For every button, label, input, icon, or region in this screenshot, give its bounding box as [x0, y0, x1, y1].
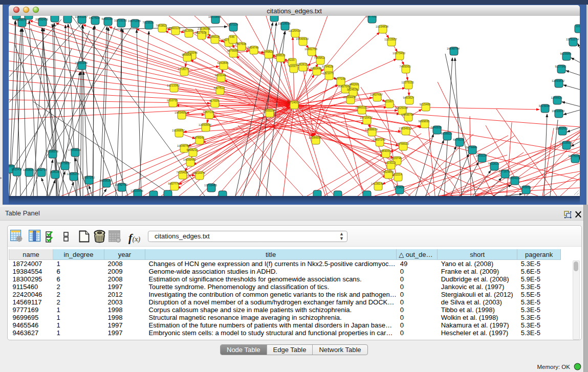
svg-text:17359924: 17359924 [68, 148, 81, 151]
svg-text:12093832: 12093832 [552, 79, 564, 82]
svg-text:17016504: 17016504 [559, 141, 572, 144]
svg-text:90975857: 90975857 [58, 162, 71, 165]
svg-text:3878342: 3878342 [193, 136, 205, 139]
svg-text:9115460: 9115460 [420, 103, 430, 106]
svg-text:1120746: 1120746 [391, 157, 402, 160]
svg-text:2603144: 2603144 [215, 74, 226, 77]
svg-text:3267130: 3267130 [203, 111, 214, 114]
svg-text:9227342: 9227342 [555, 65, 567, 68]
svg-text:18807249: 18807249 [373, 138, 385, 141]
svg-text:9245652: 9245652 [520, 186, 531, 189]
svg-text:13716485: 13716485 [204, 184, 217, 187]
svg-text:817005: 817005 [209, 99, 219, 102]
svg-text:1621072: 1621072 [323, 72, 334, 75]
svg-text:7955812: 7955812 [314, 56, 325, 59]
svg-text:3875685: 3875685 [227, 49, 238, 52]
svg-text:8186328: 8186328 [209, 35, 220, 38]
svg-text:10407487: 10407487 [370, 93, 383, 96]
svg-text:7663822: 7663822 [156, 24, 167, 27]
svg-text:2886322: 2886322 [356, 106, 367, 109]
svg-text:7625402: 7625402 [177, 171, 188, 174]
svg-text:10025438: 10025438 [395, 106, 408, 110]
svg-text:18300295: 18300295 [263, 109, 275, 112]
svg-text:16914479: 16914479 [192, 171, 205, 174]
svg-text:29053346: 29053346 [75, 61, 88, 64]
svg-text:12023446: 12023446 [130, 189, 143, 192]
svg-text:1615112: 1615112 [385, 161, 396, 164]
svg-text:1527602: 1527602 [89, 16, 100, 19]
svg-text:12213957: 12213957 [384, 38, 397, 41]
svg-text:19384554: 19384554 [309, 136, 321, 139]
svg-text:16033809: 16033809 [208, 16, 221, 18]
svg-text:11675339: 11675339 [568, 155, 580, 158]
svg-text:2933114: 2933114 [476, 154, 487, 157]
svg-text:9242845: 9242845 [217, 61, 229, 64]
svg-text:12942737: 12942737 [34, 168, 47, 171]
svg-text:62160: 62160 [385, 100, 393, 103]
svg-text:1162615: 1162615 [297, 63, 308, 66]
svg-text:2967608: 2967608 [235, 42, 247, 46]
svg-text:9463627: 9463627 [403, 96, 415, 99]
svg-text:10654112: 10654112 [508, 177, 520, 180]
svg-text:11125419: 11125419 [288, 29, 300, 32]
svg-text:252214: 252214 [393, 173, 402, 176]
svg-text:17957253: 17957253 [82, 176, 95, 179]
svg-text:2718170: 2718170 [178, 68, 189, 71]
svg-text:10782759: 10782759 [115, 183, 127, 186]
svg-text:20691406: 20691406 [35, 18, 48, 21]
svg-text:23226058: 23226058 [198, 27, 210, 30]
svg-text:8938923: 8938923 [441, 132, 452, 135]
svg-text:9527503: 9527503 [195, 31, 207, 34]
svg-text:7515526: 7515526 [143, 21, 154, 24]
svg-text:10688609: 10688609 [365, 128, 378, 131]
svg-text:12037: 12037 [289, 64, 297, 68]
svg-text:10958187: 10958187 [99, 179, 112, 182]
svg-text:10154838: 10154838 [376, 25, 388, 28]
svg-text:16648784: 16648784 [447, 47, 460, 50]
svg-text:1588520: 1588520 [274, 54, 286, 57]
svg-text:14099481: 14099481 [183, 158, 196, 161]
svg-text:12375115: 12375115 [401, 81, 413, 84]
svg-text:12353594: 12353594 [199, 123, 211, 126]
svg-text:12505135: 12505135 [67, 172, 79, 176]
svg-text:1010755: 1010755 [167, 99, 178, 102]
svg-text:1733426: 1733426 [394, 186, 405, 189]
svg-text:10719155: 10719155 [114, 19, 127, 22]
svg-text:9474444: 9474444 [466, 146, 477, 149]
svg-text:19756923: 19756923 [396, 142, 409, 145]
svg-text:9146821: 9146821 [263, 50, 274, 53]
svg-text:12213363: 12213363 [167, 84, 180, 87]
svg-text:18724007: 18724007 [287, 101, 300, 104]
svg-text:19654952: 19654952 [175, 111, 187, 114]
svg-text:3215938: 3215938 [539, 104, 550, 107]
svg-text:10653267: 10653267 [75, 16, 88, 18]
svg-text:546: 546 [230, 35, 234, 38]
svg-text:6466160: 6466160 [102, 17, 113, 20]
svg-text:8990448: 8990448 [311, 67, 322, 70]
svg-text:8813054: 8813054 [268, 16, 279, 16]
svg-text:8427512: 8427512 [214, 86, 225, 90]
svg-text:8660123: 8660123 [169, 27, 181, 30]
svg-text:8220: 8220 [288, 58, 294, 61]
svg-text:391543: 391543 [11, 168, 21, 171]
svg-text:14136141: 14136141 [371, 182, 384, 185]
svg-text:8912954: 8912954 [183, 29, 194, 32]
svg-text:446266: 446266 [349, 83, 359, 86]
svg-text:1156829: 1156829 [23, 168, 34, 171]
svg-text:7857224: 7857224 [227, 23, 238, 26]
svg-text:15751074: 15751074 [566, 38, 579, 41]
svg-text:19218506: 19218506 [278, 22, 291, 25]
svg-text:9777169: 9777169 [335, 77, 346, 80]
svg-text:989968: 989968 [182, 53, 191, 56]
svg-text:19166857: 19166857 [172, 129, 185, 132]
svg-text:10046788: 10046788 [177, 144, 190, 147]
svg-text:111: 111 [576, 25, 580, 28]
svg-text:16210643: 16210643 [552, 110, 564, 113]
svg-text:16640910: 16640910 [296, 37, 309, 40]
svg-text:13495758: 13495758 [401, 113, 414, 116]
svg-text:15692911: 15692911 [555, 127, 568, 130]
svg-text:9498212: 9498212 [187, 148, 198, 151]
svg-text:9084067: 9084067 [380, 149, 391, 152]
svg-text:20206578: 20206578 [46, 150, 58, 153]
svg-text:16961758: 16961758 [304, 48, 317, 51]
